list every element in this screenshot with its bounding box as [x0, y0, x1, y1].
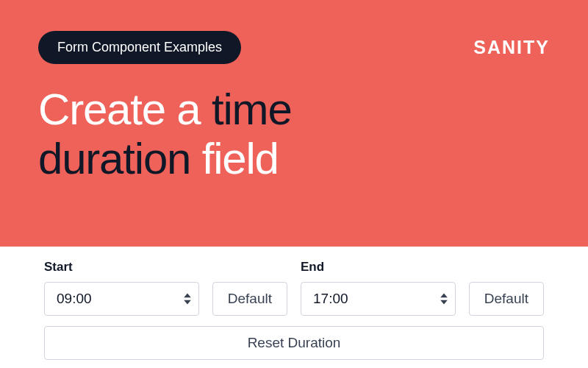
start-default-label: Default [228, 291, 272, 307]
end-default-button[interactable]: Default [469, 282, 544, 316]
stepper-icon[interactable] [440, 294, 448, 305]
form-panel: Start 09:00 Default End 17:00 [0, 247, 588, 360]
stepper-icon[interactable] [184, 294, 191, 305]
duration-row: Start 09:00 Default End 17:00 [44, 260, 544, 316]
end-input[interactable]: 17:00 [301, 282, 456, 316]
hero-banner: Form Component Examples Create a time du… [0, 0, 588, 247]
headline-word-2: time [212, 85, 292, 134]
reset-row: Reset Duration [44, 326, 544, 360]
category-pill-text: Form Component Examples [57, 40, 222, 54]
headline-word-3: duration [38, 134, 190, 183]
start-value: 09:00 [57, 291, 92, 307]
reset-duration-button[interactable]: Reset Duration [44, 326, 544, 360]
end-label: End [301, 260, 456, 275]
start-field: Start 09:00 [44, 260, 199, 316]
start-label: Start [44, 260, 199, 275]
end-default-label: Default [484, 291, 528, 307]
start-default-button[interactable]: Default [212, 282, 287, 316]
headline-word-1: Create a [38, 85, 201, 134]
headline-word-4: field [202, 134, 279, 183]
reset-duration-label: Reset Duration [248, 335, 341, 351]
brand-name: SANITY [473, 37, 550, 58]
category-pill: Form Component Examples [38, 31, 241, 64]
page-title: Create a time duration field [38, 85, 550, 183]
end-field: End 17:00 [301, 260, 456, 316]
start-input[interactable]: 09:00 [44, 282, 199, 316]
brand-logo: SANITY [473, 37, 550, 58]
end-value: 17:00 [313, 291, 348, 307]
